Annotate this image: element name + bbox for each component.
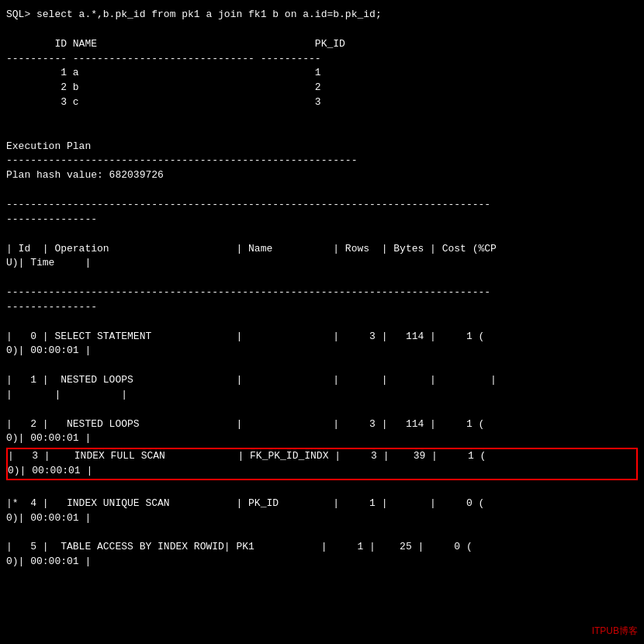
terminal-output: SQL> select a.*,b.pk_id from pk1 a join … xyxy=(6,8,638,570)
row-3a-2: 0)| 00:00:01 | xyxy=(8,464,636,479)
blank-4 xyxy=(6,183,638,198)
blank-2 xyxy=(6,110,638,125)
exec-plan-sep1: ----------------------------------------… xyxy=(6,154,638,168)
row-3: 3 c 3 xyxy=(6,95,638,110)
row-4a-1: |* 4 | INDEX UNIQUE SCAN | PK_ID | 1 | |… xyxy=(6,497,638,511)
blank-1 xyxy=(6,23,638,37)
row-1: 1 a 1 xyxy=(6,66,638,81)
row-1a-2: | | | xyxy=(6,388,638,403)
watermark: ITPUB博客 xyxy=(592,625,638,638)
after-highlight: |* 4 | INDEX UNIQUE SCAN | PK_ID | 1 | |… xyxy=(6,482,638,570)
row-0-2: 0)| 00:00:01 | xyxy=(6,344,638,358)
sep-long-1: ----------------------------------------… xyxy=(6,198,638,213)
sep-long-4: --------------- xyxy=(6,300,638,315)
col-headers: ID NAME PK_ID xyxy=(6,37,638,52)
exec-plan-label: Execution Plan xyxy=(6,140,638,154)
table-header-2: U)| Time | xyxy=(6,256,638,271)
blank-8 xyxy=(6,358,638,373)
row-0-1: | 0 | SELECT STATEMENT | | 3 | 114 | 1 ( xyxy=(6,330,638,345)
row-2a-2: 0)| 00:00:01 | xyxy=(6,431,638,446)
sql-query: SQL> select a.*,b.pk_id from pk1 a join … xyxy=(6,8,638,23)
col-separator: ---------- -----------------------------… xyxy=(6,52,638,67)
row-5a-1: | 5 | TABLE ACCESS BY INDEX ROWID| PK1 |… xyxy=(6,540,638,555)
highlighted-section: | 3 | INDEX FULL SCAN | FK_PK_ID_INDX | … xyxy=(6,448,638,480)
blank-10 xyxy=(6,482,638,497)
row-2: 2 b 2 xyxy=(6,81,638,95)
sep-long-2: --------------- xyxy=(6,213,638,227)
row-4a-2: 0)| 00:00:01 | xyxy=(6,511,638,526)
blank-11 xyxy=(6,526,638,541)
blank-6 xyxy=(6,271,638,286)
plan-hash: Plan hash value: 682039726 xyxy=(6,168,638,183)
row-3a-1: | 3 | INDEX FULL SCAN | FK_PK_ID_INDX | … xyxy=(8,449,636,464)
row-2a-1: | 2 | NESTED LOOPS | | 3 | 114 | 1 ( xyxy=(6,417,638,432)
blank-7 xyxy=(6,315,638,330)
table-header-1: | Id | Operation | Name | Rows | Bytes |… xyxy=(6,242,638,257)
row-5a-2: 0)| 00:00:01 | xyxy=(6,555,638,570)
blank-5 xyxy=(6,227,638,242)
sql-lines: SQL> select a.*,b.pk_id from pk1 a join … xyxy=(6,8,638,446)
blank-9 xyxy=(6,403,638,417)
row-1a-1: | 1 | NESTED LOOPS | | | | | xyxy=(6,373,638,388)
blank-3 xyxy=(6,125,638,140)
sep-long-3: ----------------------------------------… xyxy=(6,286,638,300)
